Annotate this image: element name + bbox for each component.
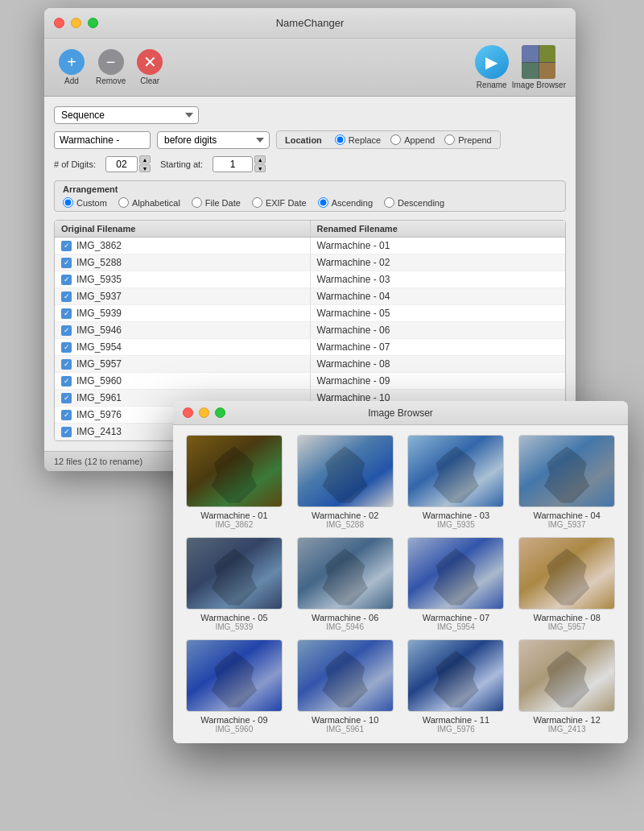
image-name: Warmachine - 09 [200,715,267,725]
renamed-filename: Warmachine - 08 [311,356,566,372]
list-item[interactable]: Warmachine - 06 IMG_5946 [294,537,397,631]
replace-label[interactable]: Replace [349,135,381,145]
file-checkbox[interactable]: ✓ [61,342,72,353]
file-checkbox[interactable]: ✓ [61,308,72,319]
descending-radio[interactable] [384,197,394,208]
ascending-radio-group: Ascending [318,197,373,208]
image-browser-icon [522,45,555,79]
image-name: Warmachine - 02 [312,511,378,520]
renamed-filename: Warmachine - 06 [311,322,566,338]
list-item[interactable]: Warmachine - 05 IMG_5939 [183,537,286,631]
descending-radio-group: Descending [384,197,444,208]
thumbnail [518,639,615,712]
table-row[interactable]: ✓ IMG_5939 Warmachine - 05 [55,305,565,322]
file-checkbox[interactable]: ✓ [61,410,72,420]
name-input[interactable] [54,131,151,149]
exif-label[interactable]: EXIF Date [266,198,307,208]
list-item[interactable]: Warmachine - 01 IMG_3862 [183,435,286,529]
exif-radio-group: EXIF Date [252,197,307,208]
list-item[interactable]: Warmachine - 07 IMG_5954 [405,537,508,631]
ascending-radio[interactable] [318,197,328,208]
image-name: Warmachine - 06 [312,613,378,622]
replace-radio[interactable] [335,134,345,145]
file-checkbox[interactable]: ✓ [61,376,72,387]
table-row[interactable]: ✓ IMG_5946 Warmachine - 06 [55,322,565,339]
list-item[interactable]: Warmachine - 09 IMG_5960 [183,639,286,734]
image-browser-button[interactable]: Image Browser [512,45,566,89]
sequence-select[interactable]: Sequence Date Random [54,106,199,124]
digits-label: # of Digits: [54,159,96,169]
original-filename: ✓ IMG_5957 [55,356,311,372]
list-item[interactable]: Warmachine - 10 IMG_5961 [294,639,397,734]
table-row[interactable]: ✓ IMG_3862 Warmachine - 01 [55,238,565,254]
table-row[interactable]: ✓ IMG_5960 Warmachine - 09 [55,373,565,390]
remove-button[interactable]: − Remove [91,48,130,87]
digits-up-arrow[interactable]: ▲ [139,155,151,163]
file-checkbox[interactable]: ✓ [61,325,72,336]
close-button[interactable] [54,18,64,28]
ib-max-button[interactable] [215,407,225,418]
renamed-filename: Warmachine - 07 [311,339,566,355]
list-item[interactable]: Warmachine - 11 IMG_5976 [405,639,508,734]
file-checkbox[interactable]: ✓ [61,359,72,370]
starting-at-up-arrow[interactable]: ▲ [254,155,266,163]
exif-radio[interactable] [252,197,262,208]
maximize-button[interactable] [88,18,98,28]
file-checkbox[interactable]: ✓ [61,393,72,403]
location-group: Location Replace Append Prepend [276,130,501,149]
image-original: IMG_5960 [216,725,254,734]
file-checkbox[interactable]: ✓ [61,258,72,268]
list-item[interactable]: Warmachine - 03 IMG_5935 [405,435,508,529]
digits-down-arrow[interactable]: ▼ [139,164,151,172]
list-item[interactable]: Warmachine - 02 IMG_5288 [294,435,397,529]
filedate-label[interactable]: File Date [205,198,241,208]
prepend-radio[interactable] [444,134,455,145]
append-radio[interactable] [390,134,401,145]
image-original: IMG_5957 [548,622,586,631]
ib-min-button[interactable] [199,407,209,418]
add-button[interactable]: + Add [54,48,89,87]
ib-close-button[interactable] [183,407,193,418]
starting-at-input[interactable] [213,156,253,172]
custom-label[interactable]: Custom [76,198,107,208]
thumbnail [407,537,504,610]
file-checkbox[interactable]: ✓ [61,275,72,285]
digits-input[interactable] [105,156,138,172]
file-checkbox[interactable]: ✓ [61,427,72,437]
custom-radio[interactable] [63,197,73,208]
minimize-button[interactable] [71,18,81,28]
original-filename: ✓ IMG_5954 [55,339,311,355]
replace-radio-group: Replace [335,134,381,145]
append-label[interactable]: Append [404,135,435,145]
table-row[interactable]: ✓ IMG_5957 Warmachine - 08 [55,356,565,373]
clear-button[interactable]: ✕ Clear [132,48,167,87]
table-row[interactable]: ✓ IMG_5954 Warmachine - 07 [55,339,565,356]
position-select[interactable]: before digits after digits [157,131,270,149]
list-item[interactable]: Warmachine - 12 IMG_2413 [515,639,618,734]
file-checkbox[interactable]: ✓ [61,291,72,302]
descending-label[interactable]: Descending [398,198,444,208]
list-item[interactable]: Warmachine - 04 IMG_5937 [515,435,618,529]
table-row[interactable]: ✓ IMG_5937 Warmachine - 04 [55,288,565,305]
starting-at-label: Starting at: [160,159,203,169]
filedate-radio[interactable] [192,197,202,208]
starting-at-down-arrow[interactable]: ▼ [254,164,266,172]
clear-icon: ✕ [137,49,163,75]
alphabetical-label[interactable]: Alphabetical [132,198,180,208]
ib-title: Image Browser [368,407,433,419]
alphabetical-radio[interactable] [118,197,129,208]
list-item[interactable]: Warmachine - 08 IMG_5957 [515,537,618,631]
sequence-row: Sequence Date Random [54,106,566,124]
thumbnail [186,639,283,712]
thumbnail [186,537,283,610]
file-checkbox[interactable]: ✓ [61,241,72,251]
table-row[interactable]: ✓ IMG_5935 Warmachine - 03 [55,271,565,288]
digits-stepper: ▲ ▼ [105,155,151,172]
prepend-label[interactable]: Prepend [458,135,492,145]
starting-at-arrows: ▲ ▼ [254,155,266,172]
ascending-label[interactable]: Ascending [332,198,373,208]
remove-icon: − [98,49,124,75]
table-row[interactable]: ✓ IMG_5288 Warmachine - 02 [55,254,565,271]
remove-label: Remove [96,76,126,85]
rename-button[interactable]: ▶ Rename [475,45,509,89]
